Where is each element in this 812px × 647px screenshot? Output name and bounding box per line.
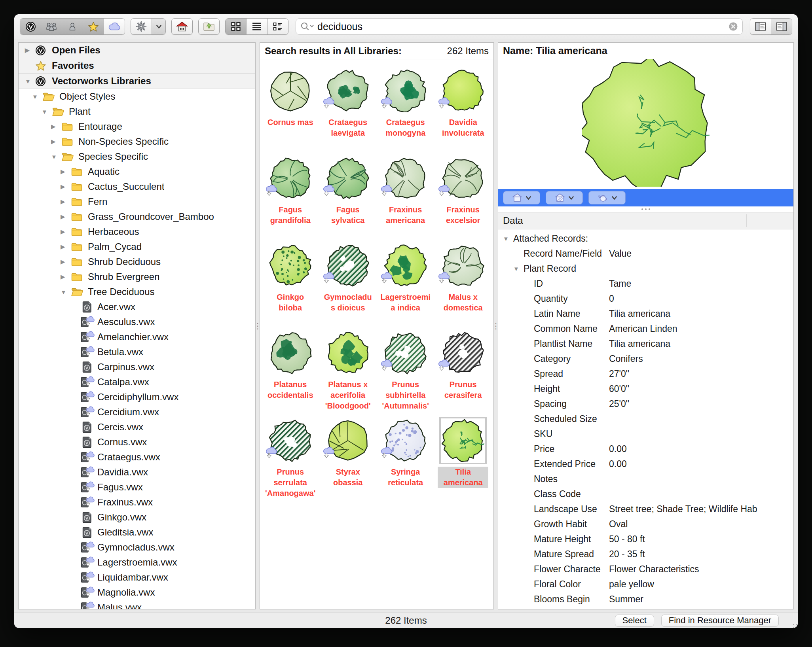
result-item-platanus-x-acerifolia-bloodgood[interactable]: Platanus x acerifolia 'Bloodgood' (319, 324, 377, 411)
find-in-resource-manager-button[interactable]: Find in Resource Manager (661, 615, 779, 627)
result-item-syringa-reticulata[interactable]: Syringa reticulata (377, 411, 434, 499)
disclosure-collapsed-icon[interactable]: ▶ (25, 47, 35, 54)
sidebar-section-favorites[interactable]: Favorites (19, 58, 255, 74)
result-item-gymnocladus-dioicus[interactable]: Gymnocladus dioicus (319, 236, 377, 324)
disclosure-collapsed-icon[interactable]: ▶ (51, 123, 61, 130)
tree-file-fagus-vwx[interactable]: Fagus.vwx (19, 480, 255, 495)
result-item-fraxinus-americana[interactable]: Fraxinus americana (377, 149, 434, 236)
result-item-platanus-occidentalis[interactable]: Platanus occidentalis (262, 324, 319, 411)
sidebar-section-vectorworks-libraries[interactable]: ▼Vectorworks Libraries (19, 74, 255, 89)
result-item-prunus-cerasifera[interactable]: Prunus cerasifera (434, 324, 492, 411)
disclosure-collapsed-icon[interactable]: ▶ (61, 258, 71, 265)
tree-folder-fern[interactable]: ▶Fern (19, 194, 255, 209)
tree-folder-cactus-succulent[interactable]: ▶Cactus_Succulent (19, 179, 255, 194)
tree-folder-grass-groundcover-bamboo[interactable]: ▶Grass_Groundcover_Bamboo (19, 209, 255, 224)
search-field[interactable] (296, 18, 743, 35)
gear-button[interactable] (131, 19, 152, 34)
result-item-lagerstroemia-indica[interactable]: Lagerstroemia indica (377, 236, 434, 324)
tree-folder-object-styles[interactable]: ▼Object Styles (19, 89, 255, 104)
window-resize-grip[interactable] (793, 624, 794, 625)
tree-file-amelanchier-vwx[interactable]: Amelanchier.vwx (19, 329, 255, 344)
disclosure-collapsed-icon[interactable]: ▶ (61, 213, 71, 220)
disclosure-expanded-icon[interactable]: ▼ (51, 153, 61, 160)
tree-file-liquidambar-vwx[interactable]: Liquidambar.vwx (19, 570, 255, 585)
clear-search-icon[interactable] (728, 21, 738, 32)
disclosure-expanded-icon[interactable]: ▼ (32, 93, 42, 100)
result-item-tilia-americana[interactable]: Tilia americana (434, 411, 492, 499)
tree-folder-non-species-specific[interactable]: ▶Non-Species Specific (19, 134, 255, 149)
disclosure-expanded-icon[interactable]: ▼ (513, 265, 524, 272)
preview-resize-handle[interactable] (498, 206, 793, 212)
grid-view-button[interactable] (226, 19, 246, 34)
result-item-malus-x-domestica[interactable]: Malus x domestica (434, 236, 492, 324)
render-wireframe-house-dropdown[interactable] (503, 191, 540, 204)
cloud-button[interactable] (104, 19, 125, 34)
list-view-button[interactable] (246, 19, 267, 34)
result-item-fagus-grandifolia[interactable]: Fagus grandifolia (262, 149, 319, 236)
result-item-crataegus-laevigata[interactable]: Crataegus laevigata (319, 62, 377, 149)
tree-folder-shrub-evergreen[interactable]: ▶Shrub Evergreen (19, 269, 255, 284)
tree-file-cercis-vwx[interactable]: Cercis.vwx (19, 420, 255, 435)
favorites-star-button[interactable] (83, 19, 104, 34)
disclosure-collapsed-icon[interactable]: ▶ (61, 273, 71, 280)
tree-file-cercidium-vwx[interactable]: Cercidium.vwx (19, 405, 255, 420)
home-button[interactable] (172, 19, 192, 34)
tree-file-cercidiphyllum-vwx[interactable]: Cercidiphyllum.vwx (19, 390, 255, 405)
tree-file-acer-vwx[interactable]: Acer.vwx (19, 299, 255, 314)
tree-file-carpinus-vwx[interactable]: Carpinus.vwx (19, 359, 255, 375)
tree-file-crataegus-vwx[interactable]: Crataegus.vwx (19, 450, 255, 465)
chevron-down-button[interactable] (152, 19, 165, 34)
tree-file-davidia-vwx[interactable]: Davidia.vwx (19, 465, 255, 480)
select-button[interactable]: Select (615, 615, 654, 627)
tree-file-gleditsia-vwx[interactable]: Gleditsia.vwx (19, 525, 255, 540)
result-item-styrax-obassia[interactable]: Styrax obassia (319, 411, 377, 499)
disclosure-collapsed-icon[interactable]: ▶ (51, 138, 61, 145)
tree-folder-entourage[interactable]: ▶Entourage (19, 119, 255, 134)
tree-file-cornus-vwx[interactable]: Cornus.vwx (19, 435, 255, 450)
tree-file-ginkgo-vwx[interactable]: Ginkgo.vwx (19, 510, 255, 525)
tree-file-betula-vwx[interactable]: Betula.vwx (19, 344, 255, 359)
tree-file-magnolia-vwx[interactable]: Magnolia.vwx (19, 585, 255, 600)
render-teapot-dropdown[interactable] (588, 191, 626, 204)
tree-file-fraxinus-vwx[interactable]: Fraxinus.vwx (19, 495, 255, 510)
sidebar-splitter[interactable]: ⋮ (256, 42, 260, 609)
tree-folder-tree-deciduous[interactable]: ▼Tree Deciduous (19, 284, 255, 299)
tree-folder-aquatic[interactable]: ▶Aquatic (19, 164, 255, 179)
results-splitter[interactable]: ⋮ (494, 42, 498, 609)
tree-file-aesculus-vwx[interactable]: Aesculus.vwx (19, 314, 255, 329)
result-item-cornus-mas[interactable]: Cornus mas (262, 62, 319, 149)
result-item-davidia-involucrata[interactable]: Davidia involucrata (434, 62, 492, 149)
result-item-ginkgo-biloba[interactable]: Ginkgo biloba (262, 236, 319, 324)
tree-folder-plant[interactable]: ▼Plant (19, 104, 255, 119)
detail-view-button[interactable] (267, 19, 288, 34)
disclosure-collapsed-icon[interactable]: ▶ (61, 228, 71, 235)
tree-file-malus-vwx[interactable]: Malus.vwx (19, 600, 255, 609)
folder-export-button[interactable] (199, 19, 219, 34)
result-item-crataegus-monogyna[interactable]: Crataegus monogyna (377, 62, 434, 149)
tree-file-gymnocladus-vwx[interactable]: Gymnocladus.vwx (19, 540, 255, 555)
tree-folder-palm-cycad[interactable]: ▶Palm_Cycad (19, 239, 255, 254)
tree-folder-herbaceous[interactable]: ▶Herbaceous (19, 224, 255, 239)
tree-folder-shrub-deciduous[interactable]: ▶Shrub Deciduous (19, 254, 255, 269)
disclosure-collapsed-icon[interactable]: ▶ (61, 243, 71, 250)
tree-file-lagerstroemia-vwx[interactable]: Lagerstroemia.vwx (19, 555, 255, 570)
search-input[interactable] (317, 21, 728, 33)
result-item-fraxinus-excelsior[interactable]: Fraxinus excelsior (434, 149, 492, 236)
disclosure-expanded-icon[interactable]: ▼ (503, 235, 513, 242)
disclosure-expanded-icon[interactable]: ▼ (42, 108, 52, 115)
result-item-prunus-subhirtella-autumnalis[interactable]: Prunus subhirtella 'Autumnalis' (377, 324, 434, 411)
sidebar-section-open-files[interactable]: ▶Open Files (19, 43, 255, 58)
disclosure-expanded-icon[interactable]: ▼ (25, 78, 35, 85)
tab-data[interactable]: Data (498, 212, 793, 229)
render-shaded-house-dropdown[interactable] (546, 191, 583, 204)
result-item-prunus-serrulata-amanogawa[interactable]: Prunus serrulata 'Amanogawa' (262, 411, 319, 499)
user-button[interactable] (62, 19, 83, 34)
team-button[interactable] (41, 19, 62, 34)
disclosure-collapsed-icon[interactable]: ▶ (61, 183, 71, 190)
vectorworks-logo-button[interactable] (20, 19, 41, 34)
tree-folder-species-specific[interactable]: ▼Species Specific (19, 149, 255, 164)
tree-file-catalpa-vwx[interactable]: Catalpa.vwx (19, 375, 255, 390)
panel-left-button[interactable] (750, 19, 771, 34)
disclosure-expanded-icon[interactable]: ▼ (61, 289, 71, 295)
disclosure-collapsed-icon[interactable]: ▶ (61, 168, 71, 175)
